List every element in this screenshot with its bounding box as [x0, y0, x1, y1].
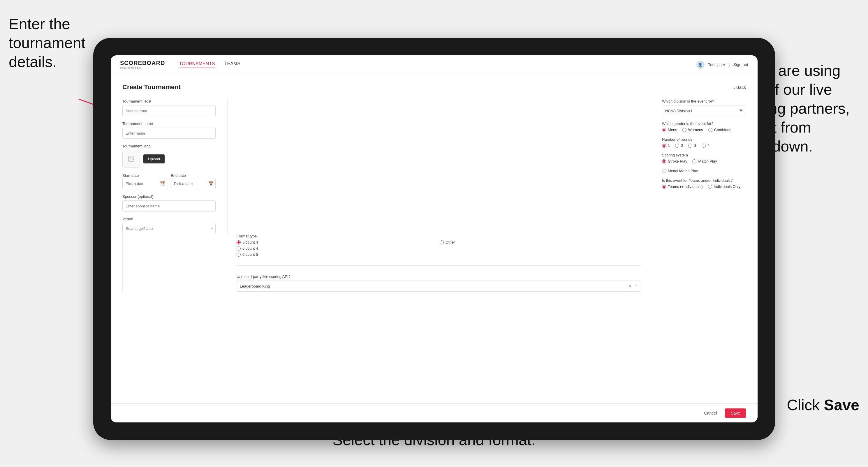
form-group-venue: Venue ▾	[122, 217, 216, 234]
logo-placeholder	[122, 150, 140, 167]
round-1[interactable]: 1	[662, 143, 670, 148]
svg-point-6	[130, 157, 130, 158]
back-link[interactable]: ‹ Back	[733, 85, 746, 90]
format-6count4-radio[interactable]	[237, 246, 241, 251]
format-5count4-radio[interactable]	[237, 240, 241, 244]
gender-mens-label: Mens	[668, 128, 677, 132]
format-other-radio[interactable]	[440, 240, 444, 244]
start-date-label: Start date	[122, 173, 139, 178]
live-scoring-value[interactable]: Leaderboard King ✕ ⌃	[237, 281, 641, 291]
scoring-stroke-label: Stroke Play	[668, 159, 687, 163]
tablet-frame: SCOREBOARD Powered by clippit TOURNAMENT…	[93, 38, 775, 440]
navbar-brand-title: SCOREBOARD	[120, 60, 165, 66]
save-button[interactable]: Save	[725, 408, 746, 418]
venue-input[interactable]	[122, 223, 216, 234]
scoring-medal-match-radio[interactable]	[662, 169, 666, 173]
division-select[interactable]: NCAA Division I	[662, 105, 746, 116]
sponsor-label: Sponsor (optional)	[122, 194, 216, 199]
col-divider-1	[227, 99, 641, 234]
scoring-stroke[interactable]: Stroke Play	[662, 159, 687, 163]
end-date-wrap: 📅	[171, 178, 216, 189]
page-header: Create Tournament ‹ Back	[122, 83, 746, 91]
event-teams-radio[interactable]	[662, 185, 666, 189]
event-teams[interactable]: Teams (+Individuals)	[662, 184, 703, 189]
form-group-scoring: Scoring system Stroke Play Match Play	[662, 153, 746, 173]
form-grid: Tournament Host Tournament name Tourname…	[122, 99, 746, 291]
rounds-label: Number of rounds	[662, 137, 746, 142]
annotation-topleft: Enter the tournament details.	[9, 14, 102, 71]
gender-womens-label: Womens	[688, 128, 703, 132]
nav-link-teams[interactable]: TEAMS	[224, 61, 240, 68]
start-date-group: Start date 📅	[122, 173, 167, 189]
gender-combined[interactable]: Combined	[708, 128, 731, 132]
date-row: Start date 📅 End date 📅	[122, 173, 216, 189]
scoring-match[interactable]: Match Play	[692, 159, 717, 163]
form-group-division: Which division is the event for? NCAA Di…	[662, 99, 746, 116]
live-scoring-expand[interactable]: ⌃	[634, 284, 638, 288]
format-6count4[interactable]: 6 count 4	[237, 246, 438, 251]
section-divider	[237, 266, 641, 266]
end-date-label: End date	[171, 173, 186, 178]
venue-dropdown-icon: ▾	[211, 226, 213, 230]
live-scoring-clear[interactable]: ✕	[628, 283, 632, 289]
format-6count5-radio[interactable]	[237, 253, 241, 257]
event-teams-label: Teams (+Individuals)	[668, 184, 703, 189]
gender-radio-row: Mens Womens Combined	[662, 128, 746, 132]
event-individuals-radio[interactable]	[708, 185, 712, 189]
page-title: Create Tournament	[122, 83, 181, 91]
format-6count5-label: 6 count 5	[242, 252, 258, 257]
upload-button[interactable]: Upload	[143, 154, 165, 163]
annotation-click-prefix: Click	[787, 397, 824, 413]
host-input[interactable]	[122, 105, 216, 116]
scoring-medal-match[interactable]: Medal Match Play	[662, 169, 698, 173]
gender-mens-radio[interactable]	[662, 128, 666, 132]
round-2-radio[interactable]	[675, 144, 679, 148]
event-individuals[interactable]: Individuals Only	[708, 184, 741, 189]
form-col-2: Which division is the event for? NCAA Di…	[653, 99, 746, 234]
round-2[interactable]: 2	[675, 143, 683, 148]
annotation-bottomright: Click Save	[787, 396, 859, 414]
form-group-livescoring: Use third-party live scoring API? Leader…	[237, 274, 641, 291]
gender-womens-radio[interactable]	[682, 128, 686, 132]
scoring-stroke-radio[interactable]	[662, 159, 666, 163]
round-4-radio[interactable]	[702, 144, 706, 148]
logo-upload: Upload	[122, 150, 216, 167]
gender-combined-label: Combined	[714, 128, 731, 132]
venue-label: Venue	[122, 217, 216, 221]
signout-link[interactable]: Sign out	[733, 62, 748, 67]
form-group-dates: Start date 📅 End date 📅	[122, 173, 216, 189]
round-3-radio[interactable]	[688, 144, 692, 148]
division-label: Which division is the event for?	[662, 99, 746, 103]
sponsor-input[interactable]	[122, 200, 216, 212]
round-1-radio[interactable]	[662, 144, 666, 148]
format-5count4-label: 5 count 4	[242, 240, 258, 244]
scoring-match-radio[interactable]	[692, 159, 696, 163]
form-group-host: Tournament Host	[122, 99, 216, 116]
cancel-button[interactable]: Cancel	[699, 408, 721, 418]
event-for-radio-row: Teams (+Individuals) Individuals Only	[662, 184, 746, 189]
navbar-user: 👤 Test User | Sign out	[696, 61, 748, 69]
calendar-icon-start: 📅	[160, 181, 165, 186]
gender-womens[interactable]: Womens	[682, 128, 703, 132]
format-other-label: Other	[445, 240, 455, 244]
page-footer: Cancel Save	[111, 404, 757, 423]
navbar-links: TOURNAMENTS TEAMS	[179, 61, 696, 68]
format-6count5[interactable]: 6 count 5	[237, 252, 438, 257]
form-group-logo: Tournament logo Upload	[122, 144, 216, 167]
round-4[interactable]: 4	[702, 143, 710, 148]
event-individuals-label: Individuals Only	[714, 184, 741, 189]
round-3-label: 3	[694, 143, 696, 148]
page-content: Create Tournament ‹ Back Tournament Host…	[111, 74, 757, 404]
name-label: Tournament name	[122, 122, 216, 126]
round-3[interactable]: 3	[688, 143, 696, 148]
format-5count4[interactable]: 5 count 4	[237, 240, 438, 244]
gender-mens[interactable]: Mens	[662, 128, 677, 132]
nav-link-tournaments[interactable]: TOURNAMENTS	[179, 61, 215, 68]
venue-wrap: ▾	[122, 223, 216, 234]
format-other[interactable]: Other	[440, 240, 641, 244]
navbar: SCOREBOARD Powered by clippit TOURNAMENT…	[111, 55, 757, 74]
round-2-label: 2	[681, 143, 683, 148]
name-input[interactable]	[122, 128, 216, 139]
format-label: Format type	[237, 234, 641, 238]
gender-combined-radio[interactable]	[708, 128, 712, 132]
